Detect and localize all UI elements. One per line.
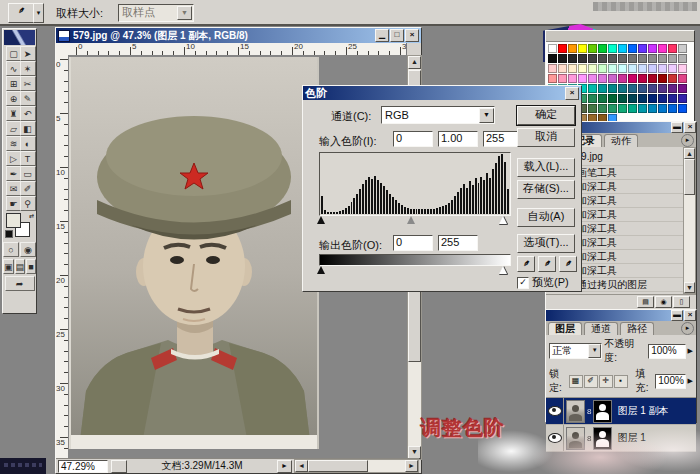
- input-gamma-field[interactable]: 1.00: [438, 131, 478, 147]
- color-swatch[interactable]: [648, 64, 657, 73]
- color-swatch[interactable]: [668, 74, 677, 83]
- color-swatch[interactable]: [558, 44, 567, 53]
- history-scrollbar[interactable]: ▲ ▼: [683, 147, 696, 294]
- panel-menu-icon[interactable]: ▸: [681, 322, 694, 335]
- color-swatch[interactable]: [668, 94, 677, 103]
- preview-checkbox[interactable]: ✓: [517, 277, 529, 289]
- gradient-tool-icon[interactable]: ◧: [20, 121, 36, 136]
- lock-transparency-icon[interactable]: ▦: [569, 375, 583, 388]
- color-swatch[interactable]: [588, 74, 597, 83]
- color-swatch[interactable]: [628, 94, 637, 103]
- color-swatch[interactable]: [658, 104, 667, 113]
- color-swatch[interactable]: [658, 54, 667, 63]
- scroll-left-icon[interactable]: ◄: [295, 460, 308, 472]
- load-button[interactable]: 载入(L)...: [517, 158, 575, 177]
- photo[interactable]: [69, 57, 319, 449]
- color-swatch[interactable]: [598, 44, 607, 53]
- cancel-button[interactable]: 取消: [517, 128, 575, 147]
- minimize-button[interactable]: ▁: [375, 29, 389, 42]
- color-swatch[interactable]: [638, 54, 647, 63]
- color-swatch[interactable]: [578, 54, 587, 63]
- color-swatch[interactable]: [668, 54, 677, 63]
- color-swatch[interactable]: [598, 74, 607, 83]
- color-swatch[interactable]: [648, 44, 657, 53]
- default-colors-icon[interactable]: [5, 230, 13, 238]
- color-swatch[interactable]: [658, 74, 667, 83]
- hscroll-thumb[interactable]: [308, 460, 368, 472]
- dropdown-arrow-icon[interactable]: ▼: [177, 6, 192, 20]
- save-button[interactable]: 存储(S)...: [517, 180, 575, 199]
- color-swatch[interactable]: [628, 44, 637, 53]
- status-menu-arrow-icon[interactable]: ►: [277, 460, 292, 473]
- color-swatch[interactable]: [548, 64, 557, 73]
- color-swatch[interactable]: [608, 94, 617, 103]
- color-swatch[interactable]: [628, 64, 637, 73]
- color-swatch[interactable]: [648, 54, 657, 63]
- input-shadow-field[interactable]: 0: [393, 131, 433, 147]
- auto-button[interactable]: 自动(A): [517, 208, 575, 227]
- brush-tool-icon[interactable]: ✎: [20, 91, 36, 106]
- output-highlight-slider[interactable]: [499, 266, 507, 274]
- color-swatch[interactable]: [608, 84, 617, 93]
- lock-image-icon[interactable]: ✐: [584, 375, 598, 388]
- color-swatch[interactable]: [628, 104, 637, 113]
- color-swatch[interactable]: [578, 44, 587, 53]
- jump-to-imageready-icon[interactable]: ➦: [5, 276, 35, 291]
- adobe-logo[interactable]: [4, 30, 35, 45]
- sample-size-dropdown[interactable]: 取样点 ▼: [118, 4, 194, 22]
- color-swatch[interactable]: [628, 84, 637, 93]
- color-swatch[interactable]: [568, 64, 577, 73]
- color-swatch[interactable]: [678, 64, 687, 73]
- history-brush-tool-icon[interactable]: ↶: [20, 106, 36, 121]
- channel-dropdown[interactable]: RGB ▼: [381, 106, 495, 124]
- output-shadow-field[interactable]: 0: [393, 235, 433, 251]
- color-swatch[interactable]: [588, 54, 597, 63]
- color-swatch[interactable]: [588, 94, 597, 103]
- color-swatch[interactable]: [648, 104, 657, 113]
- lock-all-icon[interactable]: ▪: [614, 375, 628, 388]
- gray-point-eyedropper-icon[interactable]: ✒: [538, 256, 556, 272]
- color-swatch[interactable]: [548, 44, 557, 53]
- color-swatch[interactable]: [548, 74, 557, 83]
- color-swatch[interactable]: [628, 54, 637, 63]
- color-swatch[interactable]: [598, 64, 607, 73]
- color-swatch[interactable]: [618, 64, 627, 73]
- horizontal-scrollbar[interactable]: ◄ ►: [294, 459, 419, 473]
- history-scroll-thumb[interactable]: [684, 159, 695, 195]
- color-swatch[interactable]: [598, 104, 607, 113]
- document-titlebar[interactable]: 579.jpg @ 47.3% (图层 1 副本, RGB/8) ▁ □ ×: [56, 28, 421, 43]
- tab-paths[interactable]: 路径: [620, 322, 654, 335]
- color-swatch[interactable]: [578, 74, 587, 83]
- color-swatch[interactable]: [608, 104, 617, 113]
- color-swatch[interactable]: [638, 104, 647, 113]
- color-swatch[interactable]: [558, 64, 567, 73]
- zoom-tool-icon[interactable]: ⚲: [20, 196, 36, 211]
- standard-mode-icon[interactable]: ○: [3, 242, 19, 257]
- color-swatch[interactable]: [648, 84, 657, 93]
- panel-menu-icon[interactable]: ▸: [681, 134, 694, 147]
- color-swatch[interactable]: [608, 64, 617, 73]
- move-tool-icon[interactable]: ➤: [20, 46, 36, 61]
- color-swatch[interactable]: [638, 84, 647, 93]
- blend-mode-dropdown[interactable]: 正常 ▼: [549, 343, 602, 359]
- color-swatch[interactable]: [668, 64, 677, 73]
- white-point-eyedropper-icon[interactable]: ✒: [559, 256, 577, 272]
- color-swatch[interactable]: [638, 64, 647, 73]
- color-swatch[interactable]: [618, 84, 627, 93]
- close-button[interactable]: ×: [405, 29, 419, 42]
- trash-icon[interactable]: ▯: [673, 296, 690, 308]
- midtone-slider[interactable]: [407, 216, 415, 224]
- tool-preset-arrow[interactable]: ▾: [33, 3, 44, 23]
- color-swatch[interactable]: [658, 64, 667, 73]
- layers-titlebar[interactable]: ▬ ×: [546, 310, 696, 321]
- color-swatch[interactable]: [598, 94, 607, 103]
- close-icon[interactable]: ×: [565, 87, 579, 100]
- close-icon[interactable]: ×: [684, 122, 696, 133]
- color-swatch[interactable]: [658, 84, 667, 93]
- type-tool-icon[interactable]: T: [20, 151, 36, 166]
- color-swatch[interactable]: [558, 74, 567, 83]
- shape-tool-icon[interactable]: ▭: [20, 166, 36, 181]
- color-swatch[interactable]: [598, 54, 607, 63]
- zoom-field[interactable]: 47.29%: [58, 460, 108, 473]
- color-swatch[interactable]: [678, 104, 687, 113]
